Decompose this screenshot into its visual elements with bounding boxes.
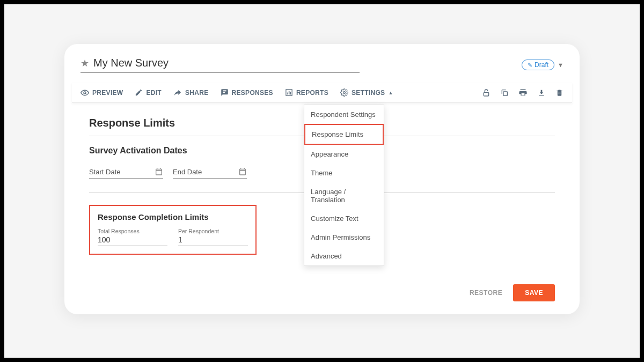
share-button[interactable]: SHARE [173, 88, 209, 97]
calendar-icon[interactable] [238, 167, 247, 176]
per-respondent-value[interactable]: 1 [178, 235, 248, 246]
end-date-field[interactable]: End Date [173, 167, 247, 179]
toolbar: PREVIEW EDIT SHARE RESPONSES [72, 83, 572, 103]
per-respondent-label: Per Respondent [178, 228, 248, 234]
menu-customize-text[interactable]: Customize Text [304, 209, 384, 228]
eye-icon [80, 88, 89, 97]
bar-chart-icon [285, 88, 293, 97]
gear-icon [340, 88, 348, 97]
header: ★ My New Survey ✎ Draft ▼ [64, 44, 580, 73]
chevron-down-icon[interactable]: ▼ [558, 62, 564, 68]
menu-advanced[interactable]: Advanced [304, 247, 384, 265]
menu-language-translation[interactable]: Language / Translation [304, 182, 384, 209]
edit-label: EDIT [146, 89, 162, 97]
share-label: SHARE [185, 89, 209, 97]
toolbar-right [482, 88, 564, 97]
survey-title[interactable]: My New Survey [93, 57, 169, 69]
start-date-field[interactable]: Start Date [89, 167, 163, 179]
download-icon[interactable] [537, 88, 546, 97]
svg-point-0 [84, 92, 86, 94]
menu-response-limits[interactable]: Response Limits [304, 124, 384, 145]
svg-rect-1 [287, 93, 288, 95]
start-date-label: Start Date [89, 168, 121, 176]
preview-button[interactable]: PREVIEW [80, 88, 123, 97]
responses-button[interactable]: RESPONSES [221, 88, 273, 97]
settings-button[interactable]: SETTINGS ▲ Respondent Settings Response … [340, 88, 393, 97]
end-date-label: End Date [173, 168, 202, 176]
status-label: Draft [535, 61, 548, 69]
svg-rect-5 [484, 92, 488, 96]
settings-panel: ★ My New Survey ✎ Draft ▼ PREVIEW [64, 44, 580, 314]
completion-limits-title: Response Completion Limits [98, 212, 248, 221]
share-icon [173, 88, 182, 97]
total-responses-field[interactable]: Total Responses 100 [98, 228, 167, 246]
print-icon[interactable] [518, 88, 528, 97]
settings-label: SETTINGS [352, 89, 385, 97]
delete-icon[interactable] [555, 88, 564, 97]
calendar-icon[interactable] [155, 167, 163, 176]
total-responses-value[interactable]: 100 [98, 235, 167, 246]
total-responses-label: Total Responses [98, 228, 167, 234]
chevron-up-icon: ▲ [388, 90, 393, 95]
menu-respondent-settings[interactable]: Respondent Settings [304, 105, 384, 124]
restore-button[interactable]: RESTORE [470, 289, 502, 297]
reports-button[interactable]: REPORTS [285, 88, 328, 97]
menu-appearance[interactable]: Appearance [304, 145, 384, 164]
status-group[interactable]: ✎ Draft ▼ [522, 60, 564, 70]
toolbar-left: PREVIEW EDIT SHARE RESPONSES [80, 88, 393, 97]
svg-rect-6 [503, 92, 507, 95]
svg-point-4 [343, 92, 346, 94]
chat-icon [221, 88, 229, 97]
lock-icon[interactable] [482, 88, 491, 97]
responses-label: RESPONSES [232, 89, 273, 97]
settings-dropdown: Respondent Settings Response Limits Appe… [304, 105, 384, 266]
per-respondent-field[interactable]: Per Respondent 1 [178, 228, 248, 246]
edit-button[interactable]: EDIT [135, 88, 162, 97]
footer-actions: RESTORE SAVE [470, 284, 555, 301]
survey-title-row[interactable]: ★ My New Survey [80, 57, 360, 73]
svg-rect-2 [289, 91, 290, 94]
pencil-icon: ✎ [528, 62, 532, 69]
reports-label: REPORTS [296, 89, 328, 97]
preview-label: PREVIEW [92, 89, 123, 97]
svg-rect-3 [290, 92, 291, 94]
status-pill[interactable]: ✎ Draft [522, 60, 554, 70]
menu-admin-permissions[interactable]: Admin Permissions [304, 228, 384, 247]
menu-theme[interactable]: Theme [304, 164, 384, 182]
pencil-icon [135, 88, 143, 97]
copy-icon[interactable] [500, 88, 509, 97]
save-button[interactable]: SAVE [513, 284, 555, 301]
star-icon[interactable]: ★ [80, 57, 89, 69]
response-completion-limits-box: Response Completion Limits Total Respons… [89, 205, 257, 255]
